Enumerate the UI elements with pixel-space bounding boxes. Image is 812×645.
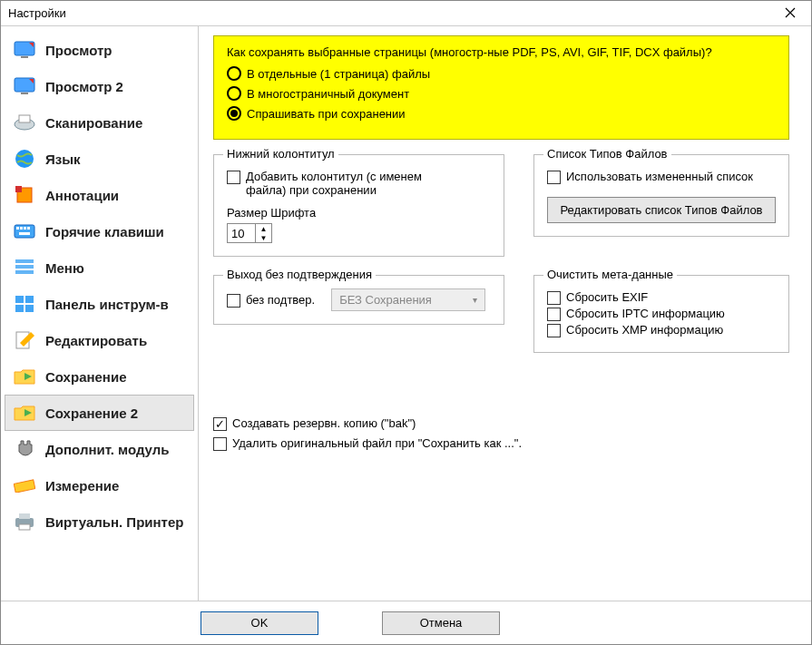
svg-rect-21 <box>25 305 34 312</box>
button-label: OK <box>251 616 269 630</box>
ok-button[interactable]: OK <box>201 611 318 635</box>
multipage-save-group: Как сохранять выбранные страницы (многос… <box>213 35 789 140</box>
svg-rect-14 <box>19 232 30 235</box>
sidebar-item-save[interactable]: Сохранение <box>5 358 194 395</box>
svg-rect-12 <box>24 227 26 230</box>
sidebar-item-label: Меню <box>45 260 84 276</box>
monitor-icon <box>13 40 36 60</box>
globe-icon <box>13 149 36 169</box>
sidebar-item-label: Дополнит. модуль <box>45 442 170 457</box>
sidebar-item-plugin[interactable]: Дополнит. модуль <box>5 431 194 467</box>
radio-ask-on-save[interactable]: Спрашивать при сохранении <box>227 106 776 121</box>
reset-iptc-checkbox[interactable]: Сбросить IPTC информацию <box>547 307 776 321</box>
printer-icon <box>13 512 36 532</box>
fontsize-spinner[interactable]: 10 ▲▼ <box>227 223 272 243</box>
sidebar-item-label: Сохранение <box>45 369 127 385</box>
svg-rect-18 <box>15 296 24 303</box>
svg-rect-25 <box>19 513 30 519</box>
sidebar-item-menu[interactable]: Меню <box>5 249 194 286</box>
use-changed-list-checkbox[interactable]: Использовать измененный список <box>547 170 776 184</box>
checkbox-icon <box>547 291 561 305</box>
footer-legend: Нижний колонтитул <box>223 147 338 161</box>
svg-rect-16 <box>15 265 34 269</box>
radio-multipage-doc[interactable]: В многостраничный документ <box>227 86 776 101</box>
radio-label: В многостраничный документ <box>247 87 409 101</box>
radio-separate-files[interactable]: В отдельные (1 страница) файлы <box>227 66 776 81</box>
sidebar-item-label: Просмотр <box>45 43 112 58</box>
edit-icon <box>13 330 36 350</box>
sidebar-item-view[interactable]: Просмотр <box>5 32 194 68</box>
sidebar-item-label: Просмотр 2 <box>45 79 123 94</box>
folder-save-icon <box>13 366 36 386</box>
exit-legend: Выход без подтверждения <box>223 268 376 281</box>
create-backup-checkbox[interactable]: Создавать резервн. копию ("bak") <box>213 416 789 431</box>
checkbox-label: Добавить колонтитул (с именем файла) при… <box>246 170 464 197</box>
noconfirm-checkbox[interactable]: без подтвер. <box>227 293 315 308</box>
button-label: Отмена <box>420 616 463 630</box>
svg-rect-1 <box>21 56 28 58</box>
reset-exif-checkbox[interactable]: Сбросить EXIF <box>547 290 776 305</box>
svg-rect-10 <box>16 227 19 230</box>
svg-point-6 <box>15 150 34 168</box>
annotation-icon <box>13 185 36 205</box>
sidebar-item-toolbar[interactable]: Панель инструм-в <box>5 286 194 322</box>
svg-rect-17 <box>15 270 34 274</box>
checkbox-label: Использовать измененный список <box>566 170 753 183</box>
exit-noconfirm-group: Выход без подтверждения без подтвер. БЕЗ… <box>213 275 504 325</box>
checkbox-label: Создавать резервн. копию ("bak") <box>232 416 416 430</box>
sidebar-item-label: Аннотации <box>45 188 119 203</box>
reset-xmp-checkbox[interactable]: Сбросить XMP информацию <box>547 323 776 337</box>
spinner-arrows-icon: ▲▼ <box>255 224 271 242</box>
clear-meta-legend: Очистить мета-данные <box>543 268 677 281</box>
chevron-down-icon: ▾ <box>473 295 477 305</box>
window-title: Настройки <box>8 6 66 20</box>
grid-icon <box>13 294 36 314</box>
edit-filetypes-button[interactable]: Редактировать список Типов Файлов <box>547 197 776 223</box>
sidebar-item-edit[interactable]: Редактировать <box>5 322 194 358</box>
delete-original-checkbox[interactable]: Удалить оригинальный файл при "Сохранить… <box>213 436 789 451</box>
radio-icon <box>227 66 241 81</box>
sidebar-item-measure[interactable]: Измерение <box>5 467 194 503</box>
sidebar-item-view2[interactable]: Просмотр 2 <box>5 68 194 104</box>
svg-rect-19 <box>25 296 34 303</box>
svg-rect-11 <box>20 227 23 230</box>
checkbox-label: без подтвер. <box>246 293 315 307</box>
sidebar-item-save2[interactable]: Сохранение 2 <box>5 395 194 431</box>
close-button[interactable] <box>769 1 811 26</box>
dropdown-value: БЕЗ Сохранения <box>339 293 432 307</box>
checkbox-icon <box>547 171 561 184</box>
nosave-dropdown: БЕЗ Сохранения ▾ <box>331 288 485 311</box>
sidebar-item-printer[interactable]: Виртуальн. Принтер <box>5 503 194 540</box>
menu-icon <box>13 258 36 278</box>
sidebar-item-annotations[interactable]: Аннотации <box>5 177 194 213</box>
sidebar-item-label: Измерение <box>45 478 119 494</box>
footer-group: Нижний колонтитул Добавить колонтитул (с… <box>213 154 504 257</box>
svg-rect-23 <box>14 480 35 493</box>
scanner-icon <box>13 112 36 132</box>
fontsize-value: 10 <box>228 227 255 240</box>
content-pane: Как сохранять выбранные страницы (многос… <box>199 26 811 601</box>
titlebar: Настройки <box>1 1 811 26</box>
sidebar-item-label: Виртуальн. Принтер <box>45 514 183 530</box>
sidebar-item-label: Язык <box>45 151 81 167</box>
sidebar-item-label: Панель инструм-в <box>45 297 169 312</box>
multipage-question: Как сохранять выбранные страницы (многос… <box>227 45 776 59</box>
sidebar-item-scan[interactable]: Сканирование <box>5 104 194 141</box>
button-bar: OK Отмена <box>1 601 811 644</box>
svg-rect-8 <box>15 186 22 192</box>
keyboard-icon <box>13 221 36 241</box>
filetypes-group: Список Типов Файлов Использовать изменен… <box>533 154 789 237</box>
svg-rect-5 <box>19 115 30 122</box>
radio-label: В отдельные (1 страница) файлы <box>247 67 430 81</box>
clear-meta-group: Очистить мета-данные Сбросить EXIF Сброс… <box>533 275 789 353</box>
sidebar-item-label: Сохранение 2 <box>45 406 138 421</box>
add-footer-checkbox[interactable]: Добавить колонтитул (с именем файла) при… <box>227 170 491 197</box>
sidebar-item-hotkeys[interactable]: Горячие клавиши <box>5 213 194 249</box>
radio-icon <box>227 86 241 101</box>
checkbox-icon <box>213 437 227 451</box>
checkbox-icon <box>213 417 227 431</box>
cancel-button[interactable]: Отмена <box>382 611 500 635</box>
filetypes-legend: Список Типов Файлов <box>543 147 671 161</box>
fontsize-label: Размер Шрифта <box>227 206 491 220</box>
sidebar-item-language[interactable]: Язык <box>5 141 194 177</box>
